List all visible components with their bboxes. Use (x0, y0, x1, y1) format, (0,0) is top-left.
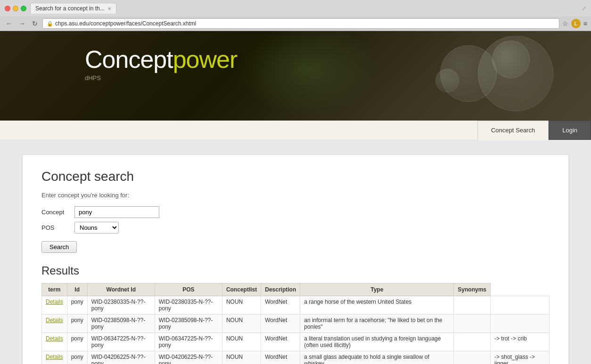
table-cell: a small glass adequate to hold a single … (300, 351, 454, 364)
nav-concept-search[interactable]: Concept Search (477, 121, 549, 140)
tab-close-icon[interactable]: ✕ (107, 6, 111, 11)
table-cell: NOUN (222, 351, 261, 364)
table-cell: WID-02385098-N-??-pony (155, 315, 222, 333)
table-cell (454, 351, 491, 364)
table-cell: WordNet (261, 296, 300, 315)
table-header-cell: Wordnet Id (87, 283, 155, 296)
logo-concept: Concept (85, 46, 173, 73)
table-cell: a literal translation used in studying a… (300, 333, 454, 351)
table-cell: NOUN (222, 315, 261, 333)
table-cell: pony (67, 296, 87, 315)
table-row: DetailsponyWID-06347225-N-??-ponyWID-063… (42, 333, 550, 351)
table-header-cell: Conceptlist (222, 283, 261, 296)
table-row: DetailsponyWID-02380335-N-??-ponyWID-023… (42, 296, 550, 315)
table-cell: -> shot_glass -> jigger (491, 351, 550, 364)
table-cell (454, 333, 491, 351)
browser-toolbar: ← → ↻ 🔒 chps.asu.edu/conceptpower/faces/… (0, 16, 591, 31)
concept-input[interactable] (74, 206, 159, 218)
close-button[interactable] (5, 6, 10, 11)
table-body: DetailsponyWID-02380335-N-??-ponyWID-023… (42, 296, 550, 364)
site-logo: Conceptpower (85, 45, 591, 73)
star-icon[interactable]: ☆ (562, 20, 568, 27)
table-cell: WID-06347225-N-??-pony (87, 333, 155, 351)
table-cell: NOUN (222, 296, 261, 315)
table-row: DetailsponyWID-04206225-N-??-ponyWID-042… (42, 351, 550, 364)
page-title: Concept search (41, 169, 550, 184)
menu-icon[interactable]: ≡ (583, 20, 587, 27)
browser-chrome: Search for a concept in th... ✕ ⤢ ← → ↻ … (0, 0, 591, 31)
window-resize-icon: ⤢ (582, 5, 586, 12)
refresh-button[interactable]: ↻ (30, 19, 40, 28)
results-title: Results (41, 264, 550, 277)
table-header-cell: Synonyms (454, 283, 491, 296)
table-cell (454, 315, 491, 333)
table-cell: an informal term for a racehorse; "he li… (300, 315, 454, 333)
table-cell: WID-02385098-N-??-pony (87, 315, 155, 333)
maximize-button[interactable] (21, 6, 26, 11)
table-cell: WID-04206225-N-??-pony (87, 351, 155, 364)
table-header-cell: Type (300, 283, 454, 296)
table-cell: WordNet (261, 351, 300, 364)
header-content: Conceptpower dHPS (0, 31, 591, 81)
logo-power: power (173, 46, 238, 73)
pos-label: POS (41, 224, 74, 231)
table-cell: WID-06347225-N-??-pony (155, 333, 222, 351)
table-row: DetailsponyWID-02385098-N-??-ponyWID-023… (42, 315, 550, 333)
form-intro: Enter concept you're looking for: (41, 192, 550, 199)
main-content: Concept search Enter concept you're look… (22, 154, 569, 364)
table-cell: pony (67, 333, 87, 351)
table-header: termIdWordnet IdPOSConceptlistDescriptio… (42, 283, 550, 296)
table-header-row: termIdWordnet IdPOSConceptlistDescriptio… (42, 283, 550, 296)
table-cell (491, 296, 550, 315)
details-cell: Details (42, 351, 67, 364)
table-header-cell: POS (155, 283, 222, 296)
table-cell: WID-04206225-N-??-pony (155, 351, 222, 364)
site-header: Conceptpower dHPS (0, 31, 591, 121)
user-avatar[interactable]: L (571, 19, 581, 28)
table-header-cell: term (42, 283, 67, 296)
window-controls (5, 6, 26, 11)
table-cell: pony (67, 315, 87, 333)
table-cell (491, 315, 550, 333)
table-cell: WordNet (261, 315, 300, 333)
table-cell (454, 296, 491, 315)
table-cell: pony (67, 351, 87, 364)
results-table: termIdWordnet IdPOSConceptlistDescriptio… (41, 283, 550, 364)
site-nav: Concept Search Login (0, 121, 591, 140)
address-bar[interactable]: 🔒 chps.asu.edu/conceptpower/faces/Concep… (42, 18, 559, 29)
table-cell: a range horse of the western United Stat… (300, 296, 454, 315)
table-cell: NOUN (222, 333, 261, 351)
back-button[interactable]: ← (4, 19, 14, 28)
pos-select[interactable]: NounsVerbsAdjectivesAdverbs (74, 222, 119, 234)
table-cell: WID-02380335-N-??-pony (155, 296, 222, 315)
table-header-cell: Description (261, 283, 300, 296)
page-wrapper: Conceptpower dHPS Concept Search Login C… (0, 31, 591, 364)
details-link[interactable]: Details (46, 335, 63, 342)
details-cell: Details (42, 333, 67, 351)
table-cell: WID-02380335-N-??-pony (87, 296, 155, 315)
search-button[interactable]: Search (41, 241, 77, 253)
browser-titlebar: Search for a concept in th... ✕ ⤢ (0, 0, 591, 16)
concept-form-group: Concept (41, 206, 550, 218)
browser-tab[interactable]: Search for a concept in th... ✕ (30, 3, 116, 14)
details-cell: Details (42, 296, 67, 315)
minimize-button[interactable] (13, 6, 18, 11)
concept-label: Concept (41, 209, 74, 216)
details-link[interactable]: Details (46, 317, 63, 324)
pos-form-group: POS NounsVerbsAdjectivesAdverbs (41, 222, 550, 234)
url-text: chps.asu.edu/conceptpower/faces/ConceptS… (55, 20, 197, 27)
site-subtitle: dHPS (85, 74, 591, 81)
details-link[interactable]: Details (46, 354, 63, 360)
toolbar-icons: ☆ L ≡ (562, 19, 587, 28)
nav-login[interactable]: Login (549, 121, 591, 140)
forward-button[interactable]: → (17, 19, 27, 28)
table-cell: -> trot -> crib (491, 333, 550, 351)
table-cell: WordNet (261, 333, 300, 351)
details-link[interactable]: Details (46, 299, 63, 305)
table-header-cell: Id (67, 283, 87, 296)
details-cell: Details (42, 315, 67, 333)
lock-icon: 🔒 (47, 21, 53, 27)
tab-title: Search for a concept in th... (35, 5, 105, 12)
